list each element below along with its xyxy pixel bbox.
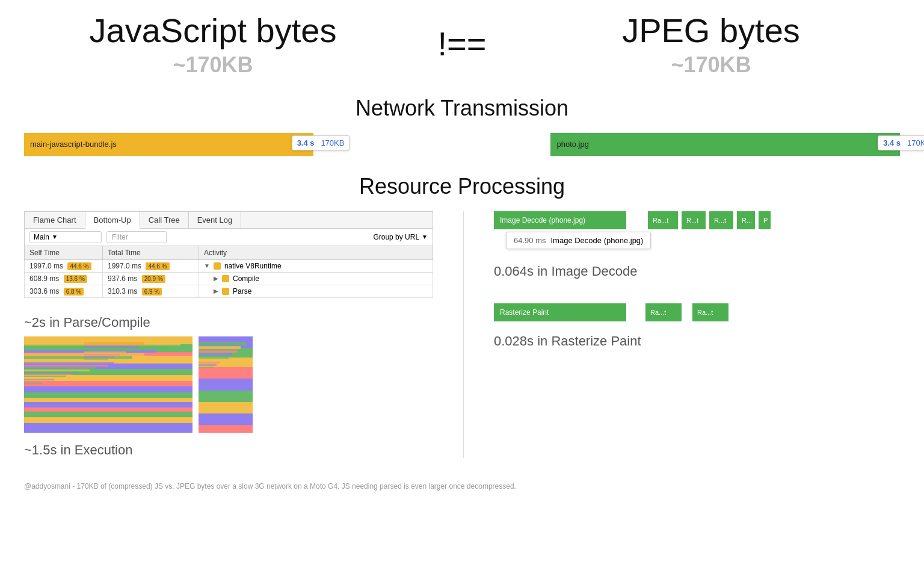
tab-flame-chart[interactable]: Flame Chart	[25, 212, 85, 228]
activity-label-3: Parse	[233, 287, 251, 296]
js-bar-time: 3.4 s	[297, 138, 315, 147]
total-time-2: 937.6 ms 20.9 %	[103, 272, 199, 285]
rasterize-label: Rasterize Paint	[500, 308, 549, 317]
js-bar-tooltip: 3.4 s 170KB	[292, 135, 350, 150]
svg-rect-32	[199, 362, 220, 364]
activity-3: ▶ Parse	[199, 285, 433, 297]
expand-triangle-icon[interactable]: ▼	[204, 262, 210, 269]
total-time-3: 310.3 ms 6.9 %	[103, 285, 199, 297]
col-total-time: Total Time	[103, 246, 199, 259]
resource-processing-title: Resource Processing	[24, 174, 900, 199]
devtools-table: Self Time Total Time Activity 1997.0 ms …	[24, 246, 433, 298]
col-activity: Activity	[199, 246, 433, 259]
tooltip-time: 64.90 ms	[514, 236, 546, 245]
svg-rect-17	[24, 383, 42, 384]
svg-rect-11	[24, 372, 78, 373]
filter-input[interactable]: Filter	[106, 231, 167, 243]
jpg-bar-container: photo.jpg 3.4 s 170KB	[474, 133, 900, 156]
jpg-bar-label: photo.jpg	[556, 140, 589, 149]
ra-t-bar-1: Ra...t	[648, 211, 678, 229]
self-time-2: 608.9 ms 13.6 %	[25, 272, 103, 285]
jpeg-header-section: JPEG bytes ~170KB	[522, 12, 900, 78]
svg-rect-29	[199, 353, 232, 356]
vertical-divider	[463, 211, 464, 458]
resource-row: Flame Chart Bottom-Up Call Tree Event Lo…	[24, 211, 900, 458]
svg-rect-18	[84, 342, 144, 345]
tab-call-tree[interactable]: Call Tree	[140, 212, 189, 228]
svg-rect-13	[24, 376, 66, 377]
js-header-section: JavaScript bytes ~170KB	[24, 12, 402, 78]
svg-rect-28	[199, 350, 238, 353]
p-bar: P	[759, 211, 771, 229]
table-row: 608.9 ms 13.6 % 937.6 ms 20.9 % ▶ Compil…	[25, 272, 433, 285]
main-dropdown[interactable]: Main ▼	[29, 231, 102, 243]
image-decode-tooltip: 64.90 ms Image Decode (phone.jpg)	[506, 232, 651, 249]
r-t-bar-1: R...t	[682, 211, 706, 229]
tab-event-log[interactable]: Event Log	[189, 212, 242, 228]
rasterize-bar: Rasterize Paint	[494, 303, 626, 321]
svg-rect-22	[84, 354, 120, 356]
flame-svg-2	[199, 336, 253, 433]
svg-rect-12	[24, 374, 72, 375]
activity-color-box	[222, 288, 229, 295]
group-chevron-icon: ▼	[422, 234, 428, 240]
rasterize-timeline: Rasterize Paint Ra...t Ra...t	[494, 303, 900, 321]
activity-2: ▶ Compile	[199, 272, 433, 285]
svg-rect-21	[84, 351, 126, 353]
chevron-down-icon: ▼	[52, 234, 58, 240]
flame-svg-1	[24, 336, 192, 433]
footer-text: @addyosmani - 170KB of (compressed) JS v…	[24, 482, 900, 503]
activity-1: ▼ native V8Runtime	[199, 259, 433, 272]
flame-thumbnail	[24, 336, 433, 433]
activity-color-box	[214, 262, 221, 270]
group-by-url-label: Group by URL	[373, 233, 419, 241]
svg-rect-31	[199, 359, 223, 361]
activity-color-box	[222, 275, 229, 282]
svg-rect-30	[199, 356, 229, 359]
rasterize-row: Rasterize Paint Ra...t Ra...t	[494, 303, 900, 321]
svg-rect-5	[24, 356, 132, 359]
devtools-tabs: Flame Chart Bottom-Up Call Tree Event Lo…	[24, 211, 433, 228]
svg-rect-33	[199, 364, 217, 366]
execution-annotation: ~1.5s in Execution	[24, 442, 433, 458]
ra-t-bar-3: Ra...t	[692, 303, 728, 321]
r-bar: R...	[737, 211, 755, 229]
svg-rect-23	[84, 356, 114, 358]
group-by-url[interactable]: Group by URL ▼	[373, 233, 428, 241]
left-panel: Flame Chart Bottom-Up Call Tree Event Lo…	[24, 211, 433, 458]
svg-rect-14	[24, 377, 60, 379]
svg-rect-24	[84, 359, 108, 360]
jpg-bar-size: 170KB	[907, 138, 924, 147]
expand-triangle-icon[interactable]: ▶	[214, 288, 218, 294]
tab-bottom-up[interactable]: Bottom-Up	[85, 212, 140, 229]
jpg-bar-time: 3.4 s	[883, 138, 901, 147]
image-decode-row: Image Decode (phone.jpg) Ra...t R...t R.…	[494, 211, 900, 229]
svg-rect-16	[24, 381, 48, 382]
total-time-1: 1997.0 ms 44.6 %	[103, 259, 199, 272]
image-decode-tooltip-row: 64.90 ms Image Decode (phone.jpg)	[506, 232, 900, 249]
devtools-toolbar: Main ▼ Filter Group by URL ▼	[24, 228, 433, 246]
self-time-3: 303.6 ms 6.8 %	[25, 285, 103, 297]
js-title: JavaScript bytes	[24, 12, 402, 49]
svg-rect-25	[199, 336, 253, 341]
svg-rect-20	[84, 348, 132, 351]
jpg-bar-tooltip: 3.4 s 170KB	[878, 135, 924, 150]
jpg-bar: photo.jpg 3.4 s 170KB	[550, 133, 900, 156]
activity-label-1: native V8Runtime	[224, 262, 282, 270]
expand-triangle-icon[interactable]: ▶	[214, 275, 218, 282]
svg-rect-9	[24, 367, 96, 369]
svg-rect-10	[24, 370, 90, 371]
svg-rect-7	[24, 362, 114, 364]
svg-rect-6	[24, 359, 126, 362]
table-row: 303.6 ms 6.8 % 310.3 ms 6.9 % ▶ Parse	[25, 285, 433, 297]
js-bar-size: 170KB	[321, 138, 344, 147]
js-bar: main-javascript-bundle.js 3.4 s 170KB	[24, 133, 313, 156]
jpeg-size: ~170KB	[522, 52, 900, 78]
svg-rect-0	[24, 336, 192, 341]
jpeg-title: JPEG bytes	[522, 12, 900, 49]
image-decode-label: Image Decode (phone.jpg)	[500, 216, 585, 224]
svg-rect-27	[199, 346, 241, 349]
svg-rect-8	[24, 365, 108, 367]
image-decode-timeline: Image Decode (phone.jpg) Ra...t R...t R.…	[494, 211, 900, 249]
svg-rect-19	[84, 345, 138, 348]
